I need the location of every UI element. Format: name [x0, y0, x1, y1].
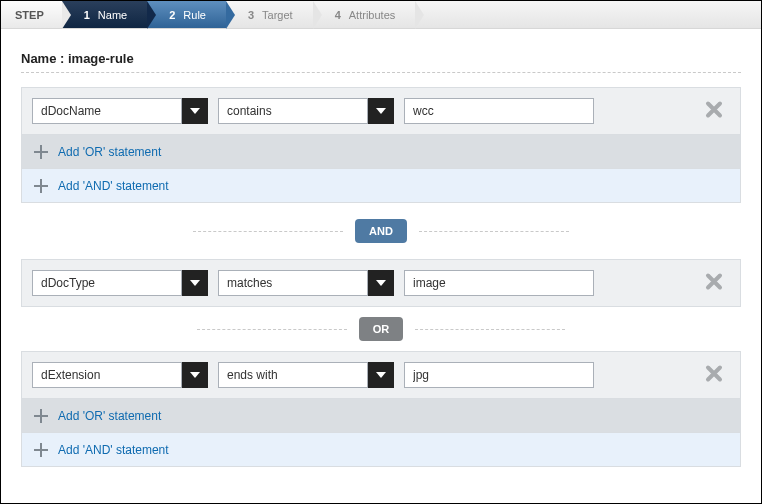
wizard-step-number: 1 [84, 9, 90, 21]
chevron-down-icon[interactable] [182, 362, 208, 388]
add-or-button[interactable]: Add 'OR' statement [21, 135, 741, 169]
operator-select[interactable] [218, 362, 394, 388]
value-input[interactable] [404, 270, 594, 296]
add-and-label: Add 'AND' statement [58, 443, 169, 457]
wizard-step-number: 3 [248, 9, 254, 21]
condition-connector-or: OR [21, 317, 741, 341]
value-field[interactable] [404, 362, 594, 388]
divider [415, 329, 565, 330]
field-input[interactable] [32, 362, 182, 388]
wizard-step-label: STEP [1, 1, 62, 28]
wizard-step-text: Rule [183, 9, 206, 21]
condition-row [21, 87, 741, 135]
plus-icon [34, 145, 48, 159]
content-area: Name : image-rule Add 'OR' statement [1, 29, 761, 467]
wizard-step-number: 2 [169, 9, 175, 21]
wizard-step-target[interactable]: 3 Target [226, 1, 313, 28]
or-pill: OR [359, 317, 404, 341]
rule-name-heading: Name : image-rule [21, 51, 741, 66]
field-input[interactable] [32, 98, 182, 124]
operator-input[interactable] [218, 270, 368, 296]
plus-icon [34, 179, 48, 193]
plus-icon [34, 443, 48, 457]
operator-select[interactable] [218, 270, 394, 296]
add-and-button[interactable]: Add 'AND' statement [21, 433, 741, 467]
add-or-label: Add 'OR' statement [58, 145, 161, 159]
wizard-steps: STEP 1 Name 2 Rule 3 Target 4 Attributes [1, 1, 761, 29]
chevron-down-icon[interactable] [368, 98, 394, 124]
operator-input[interactable] [218, 362, 368, 388]
value-field[interactable] [404, 98, 594, 124]
wizard-step-rule[interactable]: 2 Rule [147, 1, 226, 28]
value-field[interactable] [404, 270, 594, 296]
field-select[interactable] [32, 270, 208, 296]
field-input[interactable] [32, 270, 182, 296]
value-input[interactable] [404, 98, 594, 124]
divider [419, 231, 569, 232]
condition-row [21, 259, 741, 307]
operator-select[interactable] [218, 98, 394, 124]
wizard-step-text: Attributes [349, 9, 395, 21]
add-and-label: Add 'AND' statement [58, 179, 169, 193]
chevron-down-icon[interactable] [368, 270, 394, 296]
wizard-step-name[interactable]: 1 Name [62, 1, 147, 28]
field-select[interactable] [32, 362, 208, 388]
wizard-step-attributes[interactable]: 4 Attributes [313, 1, 416, 28]
chevron-down-icon[interactable] [368, 362, 394, 388]
delete-condition-button[interactable] [704, 100, 724, 123]
plus-icon [34, 409, 48, 423]
and-pill: AND [355, 219, 407, 243]
wizard-step-text: Name [98, 9, 127, 21]
group-connector-and: AND [21, 219, 741, 243]
chevron-down-icon[interactable] [182, 270, 208, 296]
add-or-button[interactable]: Add 'OR' statement [21, 399, 741, 433]
add-or-label: Add 'OR' statement [58, 409, 161, 423]
value-input[interactable] [404, 362, 594, 388]
wizard-step-number: 4 [335, 9, 341, 21]
field-select[interactable] [32, 98, 208, 124]
app-frame: STEP 1 Name 2 Rule 3 Target 4 Attributes… [0, 0, 762, 504]
divider [193, 231, 343, 232]
add-and-button[interactable]: Add 'AND' statement [21, 169, 741, 203]
wizard-step-text: Target [262, 9, 293, 21]
divider [197, 329, 347, 330]
condition-row [21, 351, 741, 399]
divider [21, 72, 741, 73]
delete-condition-button[interactable] [704, 364, 724, 387]
chevron-down-icon[interactable] [182, 98, 208, 124]
delete-condition-button[interactable] [704, 272, 724, 295]
operator-input[interactable] [218, 98, 368, 124]
